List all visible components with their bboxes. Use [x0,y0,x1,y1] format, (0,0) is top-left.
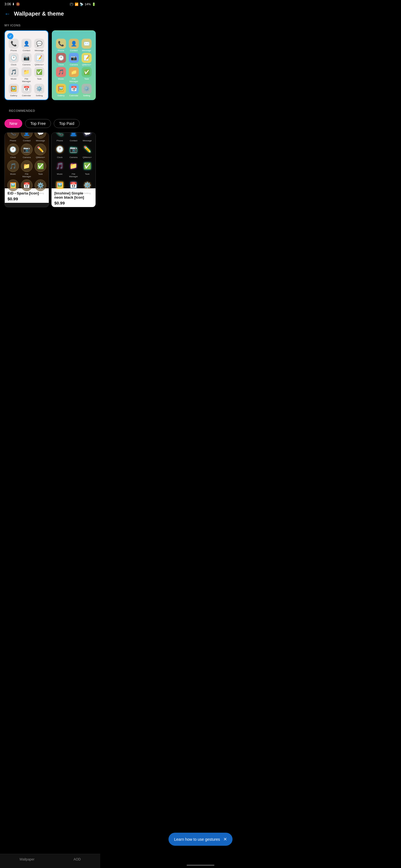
mini-icon-message: 💬 Message [33,39,45,52]
color-phone-icon: 📞 [56,39,66,49]
color-camera-icon: 📷 [69,53,79,63]
neon-icons-grid: 📞 Phone 👤 Contact 💬 Mess [52,132,95,197]
color-mini-icon-files: 📁 File Manager [68,67,80,83]
status-right: 📳 📶 📡 14% 🔋 [69,2,96,6]
mini-icon-music: 🎵 Music [8,67,20,83]
color-mini-icon-qmemo: 📝 QMemo+ [81,53,92,66]
neon-clock-item: 🕐 Clock [54,144,66,159]
battery-icon: 🔋 [92,2,96,6]
time: 3:06 [4,2,11,6]
filter-topfree-button[interactable]: Top Free [25,119,51,128]
icon-pack-default[interactable]: ✓ 📞 Phone 👤 Contact 💬 Message 🕐 Clock [4,30,49,100]
contact-icon: 👤 [22,39,31,49]
filter-new-button[interactable]: New [4,119,22,128]
icon-pack-colorful[interactable]: 📞 Phone 👤 Contact ✉️ Message 🕐 Clock 📷 [52,30,96,100]
task-icon: ✅ [34,67,44,77]
sparta-calendar: 📅 Calendar [21,180,33,194]
calendar-icon: 📅 [22,84,31,94]
mini-icon-phone: 📞 Phone [8,39,20,52]
wifi-icon: 📶 [75,2,79,6]
sparta-gallery: 🖼️ Gallery [7,180,19,194]
mini-icon-qmemo: 📝 QMemo+ [33,53,45,66]
color-clock-icon: 🕐 [56,53,66,63]
neon-price: $0.99 [54,200,93,205]
mini-icon-task: ✅ Task [33,67,45,83]
message-icon: 💬 [34,39,44,49]
qmemo-icon: 📝 [34,53,44,63]
sparta-phone: 📞 Phone [7,132,19,142]
sparta-setting: ⚙️ Setting [34,180,47,194]
setting-icon: ⚙️ [34,84,44,94]
neon-files-item: 📁 File Manager [67,160,79,178]
theme-cards-row: 📞 Phone 👤 Contact 💬 Message 🕐 Clock [0,132,100,214]
sparta-icons-grid: 📞 Phone 👤 Contact 💬 Message 🕐 Clock [5,132,49,197]
status-left: 3:06 ⬇ 🔕 [4,2,20,6]
color-calendar-icon: 📅 [69,84,79,94]
theme-card-neon[interactable]: 📞 Phone 👤 Contact 💬 Mess [51,132,96,207]
my-icons-section-label: MY ICONS [0,22,100,30]
sparta-task: ✅ Task [34,160,47,178]
sparta-price: $0.99 [7,196,46,201]
colorful-icons-grid: 📞 Phone 👤 Contact ✉️ Message 🕐 Clock 📷 [52,31,95,100]
neon-qmemo-item: ✏️ QMemo+ [81,144,93,159]
color-mini-icon-message: ✉️ Message [81,39,92,52]
sparta-contact: 👤 Contact [21,132,33,142]
music-icon: 🎵 [9,67,19,77]
neon-preview: 📞 Phone 👤 Contact 💬 Mess [52,133,95,188]
color-mini-icon-music: 🎵 Music [55,67,67,83]
phone-icon: 📞 [9,39,19,49]
mini-icon-contact: 👤 Contact [21,39,32,52]
color-music-icon: 🎵 [56,67,66,77]
color-message-icon: ✉️ [82,39,92,49]
color-mini-icon-contact: 👤 Contact [68,39,80,52]
camera-icon: 📷 [22,53,31,63]
sparta-message: 💬 Message [34,132,47,142]
color-mini-icon-clock: 🕐 Clock [55,53,67,66]
neon-phone-item: 📞 Phone [54,132,66,142]
filemanager-icon: 📁 [22,67,31,77]
battery-percent: 14% [85,2,91,6]
sparta-camera: 📷 Camera [21,144,33,159]
clock-icon: 🕐 [9,53,19,63]
color-mini-icon-gallery: 🖼️ Gallery [55,84,67,97]
neon-message-item: 💬 Message [81,132,93,142]
back-button[interactable]: ← [4,11,10,17]
page-title: Wallpaper & theme [14,10,64,17]
sparta-qmemo: ✏️ QMemo+ [34,144,47,159]
mini-icon-clock: 🕐 Clock [8,53,20,66]
mini-icon-calendar: 📅 Calendar [21,84,32,97]
sparta-filemanager: 📁 File Manager [21,160,33,178]
neon-calendar-item: 📅 Calendar [67,180,79,194]
mini-icon-setting: ⚙️ Setting [33,84,45,97]
neon-camera-item: 📷 Camera [67,144,79,159]
color-files-icon: 📁 [69,67,79,77]
color-mini-icon-calendar: 📅 Calendar [68,84,80,97]
filter-toppaid-button[interactable]: Top Paid [54,119,79,128]
color-mini-icon-phone: 📞 Phone [55,39,67,52]
vibrate-icon: 📳 [69,2,74,6]
download-icon: ⬇ [12,2,15,6]
color-qmemo-icon: 📝 [82,53,92,63]
status-bar: 3:06 ⬇ 🔕 📳 📶 📡 14% 🔋 [0,0,100,7]
recommended-section: RECOMMENDED New Top Free Top Paid [0,107,100,132]
color-setting-icon: ⚙️ [82,84,92,94]
color-gallery-icon: 🖼️ [56,84,66,94]
filter-row: New Top Free Top Paid [4,116,96,132]
signal-icon: 📡 [80,2,84,6]
neon-gallery-item: 🖼️ Gallery [54,180,66,194]
notification-icon: 🔕 [16,2,20,6]
color-mini-icon-camera: 📷 Camera [68,53,80,66]
selected-check: ✓ [7,33,13,39]
sparta-music: 🎵 Music [7,160,19,178]
sparta-clock: 🕐 Clock [7,144,19,159]
color-mini-icon-setting: ⚙️ Setting [81,84,92,97]
mini-icon-gallery: 🖼️ Gallery [8,84,20,97]
neon-task-item: ✅ Task [81,160,93,178]
theme-card-sparta[interactable]: 📞 Phone 👤 Contact 💬 Message 🕐 Clock [4,132,49,207]
default-icons-grid: 📞 Phone 👤 Contact 💬 Message 🕐 Clock 📷 [5,31,48,100]
neon-contact-item: 👤 Contact [67,132,79,142]
sparta-preview: 📞 Phone 👤 Contact 💬 Message 🕐 Clock [5,133,49,188]
page-header: ← Wallpaper & theme [0,7,100,22]
color-mini-icon-task: ✅ Task [81,67,92,83]
color-task-icon: ✅ [82,67,92,77]
